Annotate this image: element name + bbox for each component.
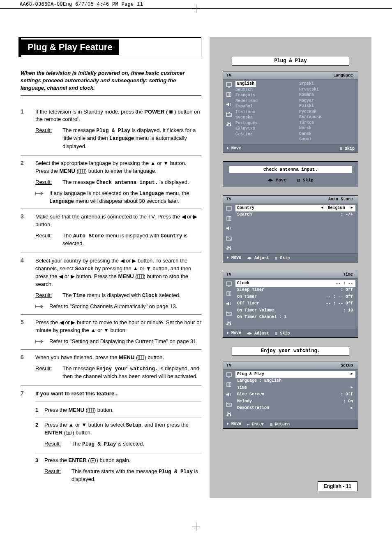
section-title: Plug & Play Feature (21, 39, 119, 55)
svg-point-54 (227, 323, 228, 325)
language-option: Русский (299, 109, 355, 115)
osd-plug-and-play-label: Plug & Play (232, 56, 349, 66)
section-title-box: Plug & Play Feature (18, 37, 201, 57)
substep-number: 1 (35, 406, 44, 414)
step-number: 7 (21, 390, 35, 488)
osd-header-tv: TV (223, 272, 235, 277)
osd-hint-move: ◀▶ Move (267, 177, 286, 183)
menu-icon (137, 274, 144, 279)
menu-row-plugplay: Plug & Play▶ (235, 371, 355, 378)
svg-rect-5 (138, 274, 143, 279)
power-icon (168, 109, 174, 115)
language-option: Deutsch (235, 87, 292, 93)
menu-row-volume: On Timer Volume: 10 (235, 307, 355, 314)
svg-rect-15 (90, 458, 95, 462)
channel-icon (226, 111, 232, 117)
language-option: Dansk (299, 131, 355, 137)
menu-icon (88, 407, 94, 413)
osd-auto-store: TV Auto Store Country ◀ Belgium (223, 195, 358, 262)
step-number: 3 (21, 213, 35, 249)
result-label: Result: (44, 440, 71, 448)
language-option: Norsk (299, 125, 355, 131)
osd-hint-enter: ↵ Enter (247, 422, 264, 427)
picture-icon (226, 82, 232, 88)
note-text: Refer to "Setting and Displaying the Cur… (49, 338, 201, 346)
substep-number: 3 (35, 457, 44, 485)
osd-language-menu: TV Language EnglishDeutschFrançaisNederl… (223, 72, 358, 153)
language-option: Ελληνικά (235, 126, 292, 132)
result-label: Result: (35, 232, 62, 248)
osd-hint-skip: ▥ Skip (340, 146, 355, 151)
language-option: Български (299, 114, 355, 120)
language-option: Português (235, 121, 292, 126)
osd-sidebar-icons (223, 79, 235, 144)
menu-row-channel: On Timer Channel : 1 (235, 314, 355, 321)
crop-mark-top (0, 8, 392, 16)
enter-icon (66, 430, 72, 436)
step-4: 4 Select your country by pressing the ◀ … (21, 257, 201, 315)
text: Press the ENTER () button again. (44, 457, 131, 463)
text: When you have finished, press the MENU (… (35, 354, 164, 360)
step-number: 1 (21, 108, 35, 152)
svg-rect-31 (226, 207, 231, 210)
osd-hint-move: ♦ Move (226, 331, 241, 336)
svg-point-30 (230, 125, 231, 126)
text: Make sure that the antenna is connected … (35, 214, 197, 228)
menu-icon (78, 168, 85, 174)
osd-title: Time (343, 272, 358, 277)
note-arrow-icon (35, 303, 49, 311)
substep-1: 1 Press the MENU () button. (35, 403, 201, 418)
result-label: Result: (35, 179, 62, 186)
osd-enjoy-label: Enjoy your watching. (232, 346, 349, 356)
setup-icon (226, 121, 232, 127)
menu-row-clock: Clock-- : -- (235, 280, 355, 287)
result-text: The Auto Store menu is displayed with Co… (62, 232, 201, 248)
text: Select the appropriate language by press… (35, 160, 187, 174)
svg-rect-14 (66, 431, 71, 434)
step-2: 2 Select the appropriate language by pre… (21, 160, 201, 209)
osd-title: Auto Store (328, 197, 358, 202)
language-option: Türkçe (299, 120, 355, 126)
svg-rect-16 (226, 83, 231, 86)
reset-heading: If you want to reset this feature... (35, 390, 201, 402)
svg-rect-33 (227, 216, 231, 221)
substep-3: 3 Press the ENTER () button again. Resul… (35, 453, 201, 488)
language-option: Srpski (299, 81, 355, 87)
substep-number: 2 (35, 421, 44, 450)
result-label: Result: (35, 365, 62, 381)
result-text: The message Enjoy your watching. is disp… (62, 365, 201, 381)
result-text: This feature starts with the message Plu… (71, 468, 201, 483)
language-option: Hrvatski (299, 87, 355, 93)
osd-title: Language (333, 73, 358, 78)
text: If the television is in Standby mode, pr… (35, 109, 144, 115)
enter-icon (90, 457, 97, 463)
step-6: 6 When you have finished, press the MENU… (21, 354, 201, 386)
result-text: The message Check antenna input. is disp… (62, 179, 201, 186)
svg-point-41 (227, 248, 228, 249)
result-label: Result: (44, 468, 71, 483)
svg-point-67 (227, 414, 228, 416)
osd-title: Setup (341, 363, 358, 368)
note-arrow-icon (35, 190, 49, 205)
svg-rect-44 (226, 282, 231, 286)
language-option: Čeština (235, 132, 292, 137)
text: Select your country by pressing the ◀ or… (35, 258, 191, 287)
svg-rect-8 (138, 355, 144, 360)
note-arrow-icon (35, 338, 49, 346)
osd-message: Check antenna input. (229, 166, 352, 173)
language-option: Nederland (235, 98, 292, 104)
osd-sidebar-icons (223, 203, 235, 253)
page-number: English - 11 (318, 481, 357, 491)
step-number: 4 (21, 257, 35, 311)
language-option: Svenska (235, 115, 292, 121)
svg-rect-59 (227, 383, 231, 387)
step-7: 7 If you want to reset this feature... 1… (21, 390, 201, 492)
svg-point-69 (230, 414, 231, 416)
sound-icon (226, 92, 232, 98)
osd-hint-move: ♦ Move (226, 422, 241, 427)
osd-hint-adjust: ◀▶ Adjust (247, 331, 269, 336)
text: Press the ▲ or ▼ button to select Setup,… (44, 422, 189, 436)
intro-text: When the television is initially powered… (21, 70, 201, 96)
osd-setup: TV Setup Plug & Play▶ Language : English… (223, 362, 358, 429)
crop-mark-bottom (0, 522, 392, 534)
